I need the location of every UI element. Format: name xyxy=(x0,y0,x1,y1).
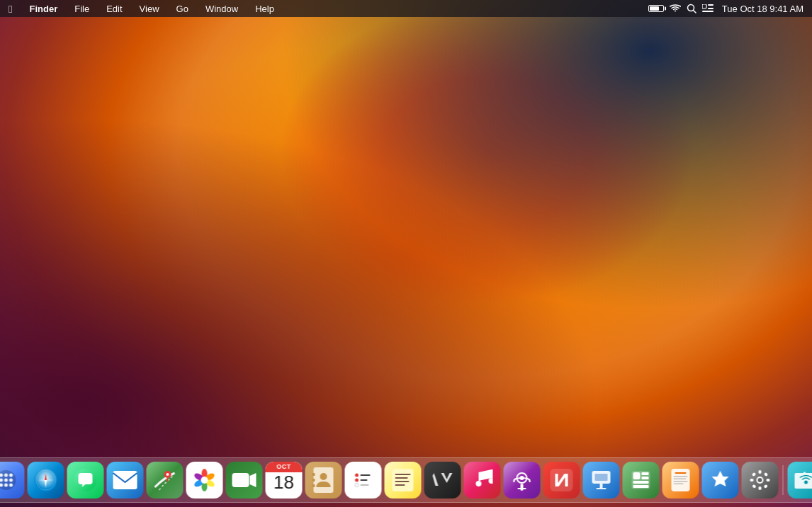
svg-point-87 xyxy=(758,478,762,482)
svg-rect-88 xyxy=(759,470,762,474)
dock-app-keynote[interactable] xyxy=(583,462,620,499)
svg-rect-53 xyxy=(361,479,368,481)
dock-app-safari[interactable] xyxy=(28,462,64,499)
svg-rect-77 xyxy=(642,477,649,479)
svg-marker-43 xyxy=(250,473,256,487)
svg-rect-56 xyxy=(393,469,414,491)
svg-rect-46 xyxy=(312,479,315,482)
svg-rect-45 xyxy=(312,473,315,476)
datetime[interactable]: Tue Oct 18 9:41 AM xyxy=(719,4,806,14)
svg-point-16 xyxy=(4,474,8,477)
svg-rect-68 xyxy=(518,488,526,489)
svg-rect-80 xyxy=(672,469,690,491)
svg-rect-42 xyxy=(232,473,249,487)
dock-app-contacts[interactable] xyxy=(305,462,342,499)
menubar-right: Tue Oct 18 9:41 AM xyxy=(648,4,806,14)
dock-app-messages[interactable] xyxy=(67,462,104,499)
svg-point-48 xyxy=(320,473,327,480)
desktop xyxy=(0,0,812,507)
svg-rect-59 xyxy=(395,481,410,482)
dock-app-airdrop[interactable] xyxy=(788,462,813,499)
wifi-icon[interactable] xyxy=(670,4,681,13)
svg-rect-95 xyxy=(763,484,767,489)
svg-rect-4 xyxy=(708,8,714,9)
dock-app-music[interactable] xyxy=(464,462,501,499)
svg-rect-90 xyxy=(750,479,754,482)
dock-app-photos[interactable] xyxy=(186,462,223,499)
svg-point-20 xyxy=(9,479,13,482)
svg-rect-32 xyxy=(152,467,178,493)
dock-app-pages[interactable] xyxy=(662,462,699,499)
svg-point-96 xyxy=(804,481,808,484)
svg-rect-89 xyxy=(759,486,762,490)
dock-app-podcasts[interactable] xyxy=(504,462,541,499)
svg-rect-31 xyxy=(113,471,137,489)
svg-point-50 xyxy=(355,474,359,477)
svg-rect-55 xyxy=(361,484,369,486)
svg-rect-51 xyxy=(361,474,371,476)
dock-app-appletv[interactable] xyxy=(424,462,461,499)
menu-window[interactable]: Window xyxy=(203,4,241,14)
svg-point-17 xyxy=(9,474,13,477)
dock-app-reminders[interactable] xyxy=(345,462,382,499)
svg-point-41 xyxy=(201,477,208,484)
apple-menu[interactable]:  xyxy=(6,3,15,15)
svg-rect-5 xyxy=(702,11,714,12)
svg-rect-82 xyxy=(674,476,688,477)
dock-app-numbers[interactable] xyxy=(623,462,660,499)
dock-app-launchpad[interactable] xyxy=(0,462,25,499)
svg-rect-81 xyxy=(675,472,687,474)
svg-rect-58 xyxy=(395,477,408,479)
app-name[interactable]: Finder xyxy=(26,4,60,14)
svg-line-1 xyxy=(693,11,696,13)
dock-app-calendar[interactable]: OCT 18 xyxy=(266,462,303,499)
menu-edit[interactable]: Edit xyxy=(103,4,125,14)
menu-view[interactable]: View xyxy=(137,4,162,14)
svg-rect-75 xyxy=(633,472,641,479)
svg-rect-64 xyxy=(492,469,493,478)
svg-point-19 xyxy=(4,479,8,482)
dock-app-appstore[interactable] xyxy=(702,462,739,499)
svg-rect-85 xyxy=(674,484,684,485)
svg-rect-84 xyxy=(674,481,688,482)
svg-rect-63 xyxy=(479,472,480,481)
svg-rect-94 xyxy=(752,484,756,489)
menubar:  Finder File Edit View Go Window Help xyxy=(0,0,812,17)
svg-rect-62 xyxy=(489,478,493,484)
spotlight-icon[interactable] xyxy=(687,4,697,13)
dock-app-maps[interactable] xyxy=(147,462,184,499)
svg-rect-61 xyxy=(476,481,482,486)
svg-rect-72 xyxy=(600,484,603,488)
menubar-left:  Finder File Edit View Go Window Help xyxy=(6,3,277,15)
svg-rect-83 xyxy=(674,479,687,480)
svg-rect-67 xyxy=(521,484,524,491)
svg-rect-71 xyxy=(595,474,608,481)
menu-go[interactable]: Go xyxy=(174,4,191,14)
svg-point-52 xyxy=(355,479,359,482)
svg-rect-91 xyxy=(767,479,770,482)
svg-rect-79 xyxy=(633,485,649,488)
dock: OCT 18 xyxy=(0,457,812,503)
svg-rect-2 xyxy=(702,4,706,8)
svg-rect-60 xyxy=(395,484,405,486)
svg-rect-92 xyxy=(752,472,756,477)
menu-file[interactable]: File xyxy=(72,4,92,14)
svg-rect-3 xyxy=(708,4,714,6)
svg-rect-47 xyxy=(312,484,315,487)
svg-rect-76 xyxy=(642,472,649,475)
dock-app-facetime[interactable] xyxy=(226,462,263,499)
svg-rect-78 xyxy=(633,481,649,484)
menu-help[interactable]: Help xyxy=(252,4,277,14)
dock-separator xyxy=(783,465,784,495)
svg-rect-73 xyxy=(597,488,607,489)
control-center-icon[interactable] xyxy=(702,4,714,13)
svg-rect-57 xyxy=(395,474,411,475)
dock-app-mail[interactable] xyxy=(107,462,144,499)
battery-icon[interactable] xyxy=(648,5,664,12)
dock-app-news[interactable] xyxy=(543,462,580,499)
svg-point-23 xyxy=(9,484,13,487)
svg-rect-93 xyxy=(764,472,768,477)
dock-app-system-preferences[interactable] xyxy=(742,462,779,499)
dock-app-notes[interactable] xyxy=(385,462,422,499)
svg-point-34 xyxy=(167,473,169,476)
